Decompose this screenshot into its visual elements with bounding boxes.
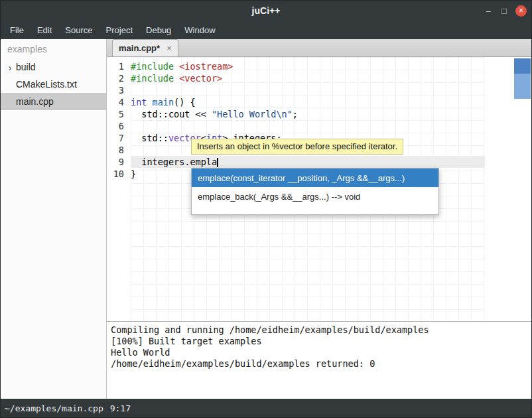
code-editor[interactable]: 12345678910 #include <iostream>#include … (107, 57, 531, 321)
build-output-panel: Compiling and running /home/eidheim/exam… (107, 321, 531, 399)
window-title: juCi++ (252, 5, 281, 16)
menu-item-source[interactable]: Source (58, 21, 99, 39)
status-bar: ~/examples/main.cpp 9:17 (1, 399, 531, 417)
doc-tooltip: Inserts an object in %vector before spec… (191, 139, 403, 155)
code-token (174, 61, 179, 72)
menu-item-edit[interactable]: Edit (31, 21, 58, 39)
tab-main-cpp[interactable]: main.cpp* × (112, 39, 178, 56)
tree-item-cmakelists-txt[interactable]: CMakeLists.txt (1, 76, 106, 93)
tree-item-build[interactable]: ›build (1, 58, 106, 76)
code-token (147, 97, 152, 107)
code-token: std:: (131, 133, 168, 143)
code-token: "Hello World\n" (212, 109, 293, 119)
code-line-1: #include <iostream> (131, 60, 485, 72)
code-token: <vector> (179, 73, 222, 84)
minimize-button[interactable]: – (480, 3, 496, 19)
tab-close-icon[interactable]: × (166, 43, 172, 53)
file-name-label: build (15, 62, 36, 72)
app-window: juCi++ – □ × FileEditSourceProjectDebugW… (0, 0, 532, 418)
code-line-2: #include <vector> (131, 72, 485, 84)
file-name-label: main.cpp (15, 96, 54, 107)
console-line: [100%] Built target examples (111, 336, 527, 347)
menu-item-debug[interactable]: Debug (139, 21, 178, 39)
code-token: #include (131, 73, 174, 84)
editor-scrollbar (514, 58, 531, 99)
autocomplete-item-0[interactable]: emplace(const_iterator __position, _Args… (192, 169, 438, 187)
console-line: /home/eidheim/examples/build/examples re… (111, 358, 527, 370)
code-token: int (131, 97, 147, 107)
menu-item-window[interactable]: Window (178, 21, 222, 39)
code-token: std::cout << (131, 109, 212, 119)
close-button[interactable]: × (515, 5, 527, 17)
code-token: #include (131, 61, 174, 72)
line-number-gutter: 12345678910 (107, 57, 127, 321)
tree-item-main-cpp[interactable]: main.cpp (1, 93, 106, 110)
tab-label: main.cpp* (119, 43, 160, 53)
status-cursor-position: 9:17 (110, 403, 131, 413)
menu-item-file[interactable]: File (3, 21, 31, 39)
code-token: integers.empla (131, 157, 217, 167)
tab-bar: main.cpp* × (107, 39, 531, 57)
line-number: 4 (107, 96, 127, 108)
line-number: 1 (107, 60, 127, 72)
line-number: 6 (107, 120, 127, 132)
title-bar[interactable]: juCi++ – □ × (1, 1, 531, 21)
editor-column: main.cpp* × 12345678910 #include <iostre… (107, 39, 531, 399)
autocomplete-popup: emplace(const_iterator __position, _Args… (191, 168, 439, 215)
code-token: <iostream> (179, 61, 233, 72)
project-name: examples (1, 39, 106, 58)
line-number: 5 (107, 108, 127, 120)
scrollbar-thumb[interactable] (514, 58, 531, 74)
line-number: 10 (107, 168, 127, 180)
code-line-3 (131, 84, 485, 96)
autocomplete-footer (192, 206, 438, 214)
file-tree: ›buildCMakeLists.txtmain.cpp (1, 58, 106, 110)
close-icon: × (519, 6, 523, 15)
status-file-path: ~/examples/main.cpp (5, 403, 103, 413)
code-token: } (131, 169, 136, 179)
chevron-right-icon[interactable]: › (5, 62, 15, 73)
maximize-button[interactable]: □ (496, 3, 512, 19)
line-number: 3 (107, 84, 127, 96)
code-line-5: std::cout << "Hello World\n"; (131, 108, 485, 120)
window-controls: – □ × (480, 1, 527, 21)
line-number: 7 (107, 132, 127, 144)
code-line-4: int main() { (131, 96, 485, 108)
file-tree-panel: examples ›buildCMakeLists.txtmain.cpp (1, 39, 107, 399)
text-cursor (217, 158, 218, 167)
code-line-9: integers.empla (131, 156, 485, 168)
line-number: 2 (107, 72, 127, 84)
main-area: examples ›buildCMakeLists.txtmain.cpp ma… (1, 39, 531, 399)
code-token: ; (293, 109, 298, 119)
console-line: Compiling and running /home/eidheim/exam… (111, 324, 527, 336)
line-number: 8 (107, 144, 127, 156)
code-token: main (153, 97, 174, 107)
file-name-label: CMakeLists.txt (15, 79, 77, 90)
menu-bar: FileEditSourceProjectDebugWindow (1, 21, 531, 39)
code-token (174, 73, 179, 84)
console-line: Hello World (111, 347, 527, 358)
line-number: 9 (107, 156, 127, 168)
scrollbar-thumb-extension[interactable] (514, 74, 531, 99)
code-token: () { (174, 97, 196, 107)
code-line-6 (131, 120, 485, 132)
menu-item-project[interactable]: Project (100, 21, 139, 39)
autocomplete-item-1[interactable]: emplace_back(_Args &&__args...) --> void (192, 187, 438, 206)
